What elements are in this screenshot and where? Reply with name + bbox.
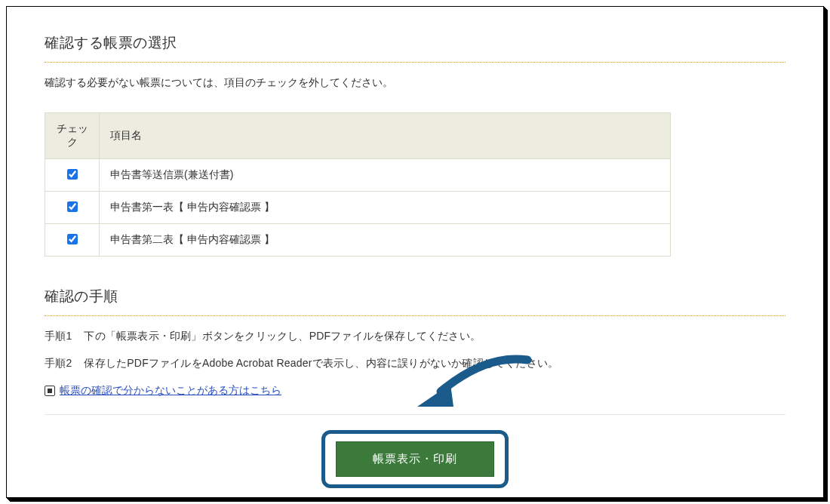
popup-icon <box>45 386 55 396</box>
form-checkbox-0[interactable] <box>67 169 78 180</box>
divider-thin <box>45 414 785 415</box>
form-name-cell: 申告書等送信票(兼送付書) <box>100 159 671 192</box>
section-title-select-forms: 確認する帳票の選択 <box>45 33 785 53</box>
step-label: 手順1 <box>45 330 72 342</box>
help-line: 帳票の確認で分からないことがある方はこちら <box>45 384 785 398</box>
table-header-check: チェック <box>45 113 100 159</box>
form-checkbox-1[interactable] <box>67 201 78 212</box>
table-row: 申告書等送信票(兼送付書) <box>45 159 671 192</box>
forms-table: チェック 項目名 申告書等送信票(兼送付書) 申告書第一表【 申告内容確認票 】… <box>45 112 671 257</box>
table-header-name: 項目名 <box>100 113 671 159</box>
divider-dotted <box>45 62 785 63</box>
help-link[interactable]: 帳票の確認で分からないことがある方はこちら <box>60 384 281 398</box>
table-row: 申告書第一表【 申告内容確認票 】 <box>45 192 671 224</box>
page-frame: 確認する帳票の選択 確認する必要がない帳票については、項目のチェックを外してくだ… <box>6 6 824 498</box>
form-checkbox-2[interactable] <box>67 234 78 244</box>
table-row: 申告書第二表【 申告内容確認票 】 <box>45 224 671 257</box>
form-name-cell: 申告書第二表【 申告内容確認票 】 <box>100 224 671 257</box>
form-name-cell: 申告書第一表【 申告内容確認票 】 <box>100 192 671 224</box>
step-text: 下の「帳票表示・印刷」ボタンをクリックし、PDFファイルを保存してください。 <box>84 330 481 342</box>
step-label: 手順2 <box>45 357 72 369</box>
print-button-highlight-frame: 帳票表示・印刷 <box>321 430 509 488</box>
step-1: 手順1 下の「帳票表示・印刷」ボタンをクリックし、PDFファイルを保存してくださ… <box>45 330 785 343</box>
hint-uncheck-forms: 確認する必要がない帳票については、項目のチェックを外してください。 <box>45 76 785 90</box>
button-row: 帳票表示・印刷 <box>45 430 785 488</box>
divider-dotted <box>45 315 785 316</box>
step-2: 手順2 保存したPDFファイルをAdobe Acrobat Readerで表示し… <box>45 357 785 370</box>
section-title-procedure: 確認の手順 <box>45 287 785 306</box>
step-text: 保存したPDFファイルをAdobe Acrobat Readerで表示し、内容に… <box>84 357 558 369</box>
print-display-button[interactable]: 帳票表示・印刷 <box>336 441 494 477</box>
